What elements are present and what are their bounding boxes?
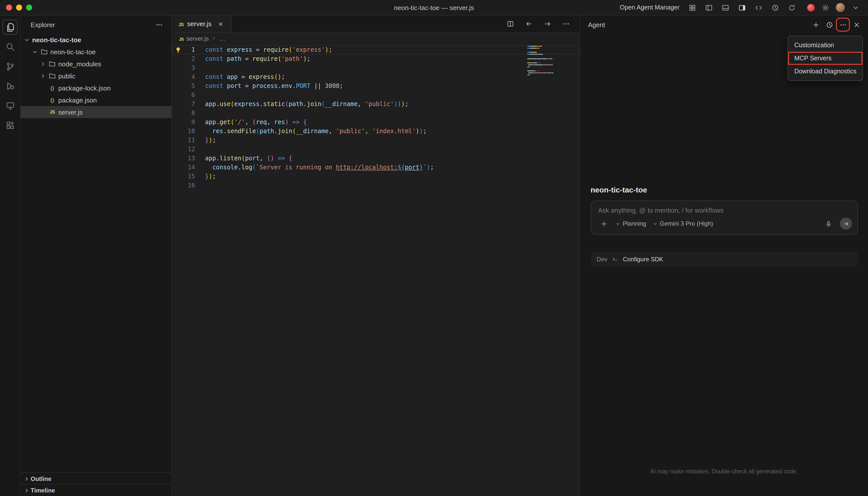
tree-item-neon-tic-tac-toe[interactable]: neon-tic-tac-toe bbox=[20, 46, 171, 58]
code-line-10[interactable]: 10 res.sendFile(path.join(__dirname, 'pu… bbox=[172, 127, 579, 136]
code-line-1[interactable]: 1const express = require('express'); bbox=[172, 45, 579, 54]
navigate-back-button[interactable] bbox=[523, 18, 534, 29]
send-button[interactable] bbox=[840, 218, 852, 230]
attach-context-button[interactable] bbox=[598, 218, 609, 229]
editor-more-actions-button[interactable] bbox=[560, 18, 572, 29]
user-avatar[interactable] bbox=[836, 3, 845, 12]
minimize-window-button[interactable] bbox=[16, 4, 22, 11]
close-tab-button[interactable] bbox=[215, 18, 226, 29]
activity-bar bbox=[0, 16, 20, 496]
code-line-7[interactable]: 7app.use(express.static(path.join(__dirn… bbox=[172, 99, 579, 109]
code-line-3[interactable]: 3 bbox=[172, 63, 579, 72]
new-chat-button[interactable] bbox=[810, 19, 821, 30]
tree-item-label: neon-tic-tac-toe bbox=[32, 36, 81, 44]
tree-item-neon-tic-tac-toe[interactable]: neon-tic-tac-toe bbox=[20, 34, 171, 46]
activity-bar-explorer[interactable] bbox=[2, 20, 18, 35]
configure-sdk-label: Configure SDK bbox=[623, 255, 663, 263]
explorer-more-actions-button[interactable] bbox=[153, 19, 164, 30]
panel-right-icon[interactable] bbox=[736, 2, 747, 13]
chat-composer[interactable]: Ask anything, @ to mention, / for workfl… bbox=[591, 201, 858, 235]
chevron-right-icon bbox=[39, 61, 47, 67]
section-outline[interactable]: Outline bbox=[20, 472, 171, 484]
section-timeline[interactable]: Timeline bbox=[20, 484, 171, 496]
model-selector[interactable]: Gemini 3 Pro (High) bbox=[652, 220, 713, 227]
split-editor-button[interactable] bbox=[505, 18, 516, 29]
layout-grid-icon[interactable] bbox=[686, 2, 698, 13]
agent-more-actions-button[interactable] bbox=[837, 19, 848, 30]
tree-item-label: package-lock.json bbox=[58, 84, 111, 92]
line-number: 14 bbox=[184, 163, 195, 172]
window-controls bbox=[6, 0, 32, 15]
code-line-15[interactable]: 15}); bbox=[172, 172, 579, 181]
chat-history-button[interactable] bbox=[824, 19, 835, 30]
code-line-12[interactable]: 12 bbox=[172, 145, 579, 154]
activity-bar-source-control[interactable] bbox=[2, 59, 18, 74]
navigate-forward-button[interactable] bbox=[542, 18, 553, 29]
line-content: app.listen(port, () => { bbox=[205, 154, 292, 163]
tab-bar: JS server.js bbox=[172, 16, 579, 33]
minimap-line bbox=[527, 77, 560, 78]
minimap[interactable] bbox=[527, 46, 560, 79]
panel-bottom-icon[interactable] bbox=[720, 2, 731, 13]
code-editor[interactable]: 1const express = require('express');2con… bbox=[172, 44, 579, 496]
code-line-16[interactable]: 16 bbox=[172, 181, 579, 190]
menu-item-mcp-servers[interactable]: MCP Servers bbox=[788, 52, 863, 65]
close-agent-panel-button[interactable] bbox=[851, 19, 862, 30]
code-line-6[interactable]: 6 bbox=[172, 91, 579, 99]
line-number: 8 bbox=[184, 109, 195, 118]
tree-item-label: neon-tic-tac-toe bbox=[50, 48, 96, 56]
code-line-13[interactable]: 13app.listen(port, () => { bbox=[172, 154, 579, 163]
tree-item-server-js[interactable]: JSserver.js bbox=[20, 106, 171, 118]
gear-icon[interactable] bbox=[820, 2, 831, 13]
workbench: Explorer neon-tic-tac-toeneon-tic-tac-to… bbox=[0, 16, 868, 496]
history-icon[interactable] bbox=[770, 2, 780, 13]
activity-bar-remote-explorer[interactable] bbox=[2, 98, 18, 113]
tree-item-label: node_modules bbox=[58, 60, 101, 67]
agent-options-menu: CustomizationMCP ServersDownload Diagnos… bbox=[788, 36, 863, 81]
code-icon[interactable] bbox=[753, 2, 764, 13]
chat-input[interactable]: Ask anything, @ to mention, / for workfl… bbox=[598, 206, 852, 214]
line-content: console.log(`Server is running on http:/… bbox=[205, 163, 434, 172]
activity-bar-extensions[interactable] bbox=[2, 118, 18, 133]
tab-server-js[interactable]: JS server.js bbox=[172, 16, 232, 32]
configure-sdk-row[interactable]: Dev Configure SDK bbox=[591, 252, 858, 266]
menu-item-customization[interactable]: Customization bbox=[788, 39, 863, 52]
open-agent-manager-button[interactable]: Open Agent Manager bbox=[620, 4, 680, 11]
activity-bar-search[interactable] bbox=[2, 39, 18, 54]
minimap-line bbox=[527, 60, 560, 61]
code-line-5[interactable]: 5const port = process.env.PORT || 3000; bbox=[172, 81, 579, 91]
code-line-9[interactable]: 9app.get('/', (req, res) => { bbox=[172, 118, 579, 127]
line-number: 15 bbox=[184, 172, 195, 181]
panel-left-icon[interactable] bbox=[703, 2, 714, 13]
mode-selector[interactable]: Planning bbox=[615, 220, 646, 227]
minimap-line bbox=[527, 50, 560, 51]
tree-item-node-modules[interactable]: node_modules bbox=[20, 58, 171, 70]
breadcrumb-more[interactable]: … bbox=[219, 35, 226, 42]
zoom-window-button[interactable] bbox=[26, 4, 32, 11]
tree-item-label: public bbox=[58, 72, 75, 80]
model-selector-label: Gemini 3 Pro (High) bbox=[660, 220, 713, 227]
menu-item-download-diagnostics[interactable]: Download Diagnostics bbox=[788, 65, 863, 78]
close-window-button[interactable] bbox=[6, 4, 12, 11]
voice-input-button[interactable] bbox=[823, 218, 834, 229]
refresh-icon[interactable] bbox=[786, 2, 797, 13]
breadcrumb[interactable]: JS server.js … bbox=[172, 33, 579, 44]
line-content: app.use(express.static(path.join(__dirna… bbox=[205, 99, 408, 109]
line-number: 7 bbox=[184, 99, 195, 109]
line-number: 1 bbox=[184, 45, 195, 54]
code-line-11[interactable]: 11}); bbox=[172, 136, 579, 145]
activity-bar-run-and-debug[interactable] bbox=[2, 78, 18, 93]
app-logo-icon[interactable] bbox=[807, 4, 815, 11]
lightbulb-icon[interactable] bbox=[172, 46, 184, 53]
code-line-4[interactable]: 4const app = express(); bbox=[172, 72, 579, 81]
code-line-14[interactable]: 14 console.log(`Server is running on htt… bbox=[172, 163, 579, 172]
tree-item-public[interactable]: public bbox=[20, 70, 171, 82]
tree-item-package-lock-json[interactable]: {}package-lock.json bbox=[20, 82, 171, 94]
breadcrumb-file[interactable]: server.js bbox=[186, 35, 209, 42]
code-line-2[interactable]: 2const path = require('path'); bbox=[172, 54, 579, 63]
chevron-down-icon[interactable] bbox=[850, 2, 861, 13]
code-line-8[interactable]: 8 bbox=[172, 109, 579, 118]
line-number: 3 bbox=[184, 63, 195, 72]
minimap-line bbox=[527, 58, 560, 59]
tree-item-package-json[interactable]: {}package.json bbox=[20, 94, 171, 106]
